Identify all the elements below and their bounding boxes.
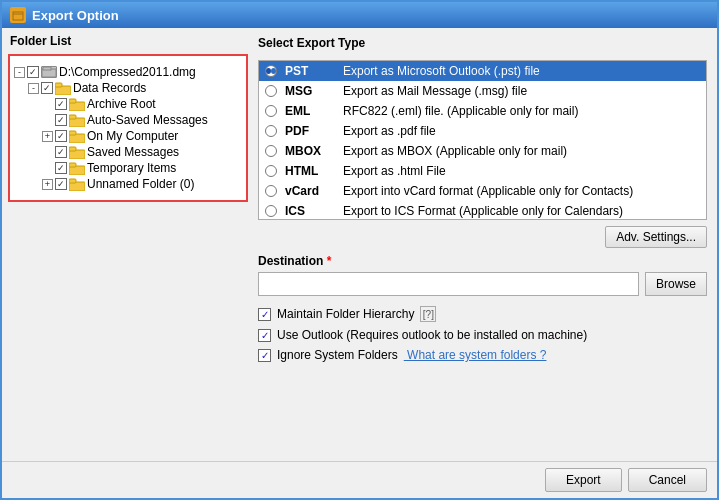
destination-section: Destination * Browse bbox=[258, 254, 707, 296]
option-use-outlook: Use Outlook (Requires outlook to be inst… bbox=[258, 328, 707, 342]
expand-icon[interactable]: - bbox=[14, 67, 25, 78]
folder-icon bbox=[69, 146, 85, 159]
destination-input[interactable] bbox=[258, 272, 639, 296]
svg-rect-2 bbox=[43, 67, 51, 70]
content-area: Folder List -D:\Compressed2011.dmg-Data … bbox=[2, 28, 717, 461]
radio-btn[interactable] bbox=[265, 65, 277, 77]
folder-icon bbox=[69, 98, 85, 111]
tree-item-text: Data Records bbox=[73, 81, 146, 95]
adv-settings-row: Adv. Settings... bbox=[258, 226, 707, 248]
export-type-row-pst[interactable]: PST Export as Microsoft Outlook (.pst) f… bbox=[259, 61, 706, 81]
export-type-row-vcard[interactable]: vCard Export into vCard format (Applicab… bbox=[259, 181, 706, 201]
export-type-code: EML bbox=[285, 104, 335, 118]
export-type-row-ics[interactable]: ICS Export to ICS Format (Applicable onl… bbox=[259, 201, 706, 220]
drive-icon bbox=[41, 66, 57, 78]
export-type-row-msg[interactable]: MSG Export as Mail Message (.msg) file bbox=[259, 81, 706, 101]
tree-item-saved-messages[interactable]: Saved Messages bbox=[14, 144, 242, 160]
checkbox[interactable] bbox=[41, 82, 53, 94]
radio-btn[interactable] bbox=[265, 145, 277, 157]
radio-btn[interactable] bbox=[265, 205, 277, 217]
ignore-system-checkbox[interactable] bbox=[258, 349, 271, 362]
use-outlook-label: Use Outlook (Requires outlook to be inst… bbox=[277, 328, 587, 342]
option-maintain-hierarchy: Maintain Folder Hierarchy [?] bbox=[258, 306, 707, 322]
tree-item-archive-root[interactable]: Archive Root bbox=[14, 96, 242, 112]
tree-item-text: Saved Messages bbox=[87, 145, 179, 159]
folder-icon bbox=[69, 114, 85, 127]
checkbox[interactable] bbox=[27, 66, 39, 78]
checkbox[interactable] bbox=[55, 178, 67, 190]
checkbox[interactable] bbox=[55, 146, 67, 158]
tree-item-text: Archive Root bbox=[87, 97, 156, 111]
radio-btn[interactable] bbox=[265, 185, 277, 197]
checkbox[interactable] bbox=[55, 162, 67, 174]
folder-icon bbox=[69, 178, 85, 191]
ignore-system-label: Ignore System Folders bbox=[277, 348, 398, 362]
export-type-desc: Export as Microsoft Outlook (.pst) file bbox=[343, 64, 540, 78]
folder-icon bbox=[55, 82, 71, 95]
svg-rect-16 bbox=[69, 179, 76, 183]
svg-rect-12 bbox=[69, 147, 76, 151]
cancel-button[interactable]: Cancel bbox=[628, 468, 707, 492]
export-type-code: ICS bbox=[285, 204, 335, 218]
tree-item-on-my-computer[interactable]: +On My Computer bbox=[14, 128, 242, 144]
tree-item-data-records[interactable]: -Data Records bbox=[14, 80, 242, 96]
browse-button[interactable]: Browse bbox=[645, 272, 707, 296]
export-type-row-pdf[interactable]: PDF Export as .pdf file bbox=[259, 121, 706, 141]
tree-item-auto-saved[interactable]: Auto-Saved Messages bbox=[14, 112, 242, 128]
svg-rect-6 bbox=[69, 99, 76, 103]
svg-rect-0 bbox=[13, 12, 23, 20]
export-button[interactable]: Export bbox=[545, 468, 622, 492]
maintain-hierarchy-checkbox[interactable] bbox=[258, 308, 271, 321]
export-type-row-mbox[interactable]: MBOX Export as MBOX (Applicable only for… bbox=[259, 141, 706, 161]
tree-item-text: On My Computer bbox=[87, 129, 178, 143]
checkbox[interactable] bbox=[55, 98, 67, 110]
export-type-desc: Export to ICS Format (Applicable only fo… bbox=[343, 204, 623, 218]
checkbox[interactable] bbox=[55, 114, 67, 126]
folder-icon bbox=[69, 130, 85, 143]
export-type-row-html[interactable]: HTML Export as .html File bbox=[259, 161, 706, 181]
checkbox[interactable] bbox=[55, 130, 67, 142]
export-type-code: MSG bbox=[285, 84, 335, 98]
expand-icon[interactable]: - bbox=[28, 83, 39, 94]
export-type-code: HTML bbox=[285, 164, 335, 178]
export-type-row-eml[interactable]: EML RFC822 (.eml) file. (Applicable only… bbox=[259, 101, 706, 121]
export-type-code: vCard bbox=[285, 184, 335, 198]
tree-item-text: D:\Compressed2011.dmg bbox=[59, 65, 196, 79]
tree-item-text: Unnamed Folder (0) bbox=[87, 177, 194, 191]
options-section: Maintain Folder Hierarchy [?] Use Outloo… bbox=[258, 306, 707, 362]
expand-icon[interactable]: + bbox=[42, 179, 53, 190]
export-type-desc: Export as Mail Message (.msg) file bbox=[343, 84, 527, 98]
maintain-hierarchy-help[interactable]: [?] bbox=[420, 306, 436, 322]
expand-icon[interactable]: + bbox=[42, 131, 53, 142]
radio-btn[interactable] bbox=[265, 165, 277, 177]
svg-rect-8 bbox=[69, 115, 76, 119]
folder-tree: -D:\Compressed2011.dmg-Data RecordsArchi… bbox=[8, 54, 248, 202]
export-type-section-label: Select Export Type bbox=[258, 36, 707, 50]
radio-btn[interactable] bbox=[265, 125, 277, 137]
bottom-bar: Export Cancel bbox=[2, 461, 717, 498]
export-type-list: PST Export as Microsoft Outlook (.pst) f… bbox=[258, 60, 707, 220]
maintain-hierarchy-label: Maintain Folder Hierarchy bbox=[277, 307, 414, 321]
radio-btn[interactable] bbox=[265, 85, 277, 97]
export-type-desc: Export as MBOX (Applicable only for mail… bbox=[343, 144, 567, 158]
what-are-system-folders-link[interactable]: What are system folders ? bbox=[404, 348, 547, 362]
adv-settings-button[interactable]: Adv. Settings... bbox=[605, 226, 707, 248]
window-icon bbox=[10, 7, 26, 23]
option-ignore-system: Ignore System Folders What are system fo… bbox=[258, 348, 707, 362]
tree-item-drive[interactable]: -D:\Compressed2011.dmg bbox=[14, 64, 242, 80]
export-type-code: MBOX bbox=[285, 144, 335, 158]
use-outlook-checkbox[interactable] bbox=[258, 329, 271, 342]
tree-item-text: Auto-Saved Messages bbox=[87, 113, 208, 127]
tree-item-unnamed-folder[interactable]: +Unnamed Folder (0) bbox=[14, 176, 242, 192]
export-type-desc: Export as .html File bbox=[343, 164, 446, 178]
destination-row: Browse bbox=[258, 272, 707, 296]
svg-rect-10 bbox=[69, 131, 76, 135]
tree-item-text: Temporary Items bbox=[87, 161, 176, 175]
radio-btn[interactable] bbox=[265, 105, 277, 117]
tree-item-temporary-items[interactable]: Temporary Items bbox=[14, 160, 242, 176]
window-title: Export Option bbox=[32, 8, 119, 23]
title-bar: Export Option bbox=[2, 2, 717, 28]
svg-rect-4 bbox=[55, 83, 62, 87]
export-type-desc: RFC822 (.eml) file. (Applicable only for… bbox=[343, 104, 578, 118]
svg-rect-14 bbox=[69, 163, 76, 167]
